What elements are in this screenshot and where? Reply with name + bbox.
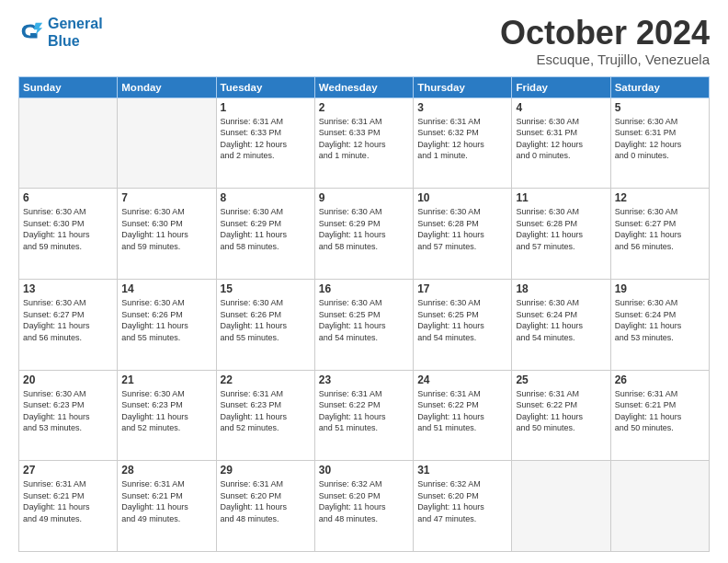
calendar-week-5: 27Sunrise: 6:31 AM Sunset: 6:21 PM Dayli… [19, 461, 710, 552]
col-wednesday: Wednesday [314, 76, 413, 98]
day-number: 4 [516, 101, 606, 114]
calendar-cell: 27Sunrise: 6:31 AM Sunset: 6:21 PM Dayli… [19, 461, 118, 552]
day-number: 30 [319, 464, 409, 477]
calendar-cell [19, 98, 118, 189]
day-info: Sunrise: 6:31 AM Sunset: 6:32 PM Dayligh… [417, 116, 507, 162]
day-number: 10 [417, 191, 507, 204]
day-number: 13 [23, 282, 113, 295]
calendar-header-row: Sunday Monday Tuesday Wednesday Thursday… [19, 76, 710, 98]
col-thursday: Thursday [414, 76, 512, 98]
day-info: Sunrise: 6:30 AM Sunset: 6:29 PM Dayligh… [221, 206, 311, 252]
day-info: Sunrise: 6:32 AM Sunset: 6:20 PM Dayligh… [417, 478, 507, 524]
col-tuesday: Tuesday [216, 76, 314, 98]
calendar-cell: 29Sunrise: 6:31 AM Sunset: 6:20 PM Dayli… [216, 461, 314, 552]
day-info: Sunrise: 6:30 AM Sunset: 6:23 PM Dayligh… [23, 388, 113, 434]
day-info: Sunrise: 6:30 AM Sunset: 6:30 PM Dayligh… [23, 206, 113, 252]
day-number: 1 [221, 101, 311, 114]
logo-line1: General [48, 16, 103, 31]
day-info: Sunrise: 6:31 AM Sunset: 6:20 PM Dayligh… [221, 478, 311, 524]
day-info: Sunrise: 6:30 AM Sunset: 6:27 PM Dayligh… [23, 297, 113, 343]
day-info: Sunrise: 6:30 AM Sunset: 6:28 PM Dayligh… [516, 206, 606, 252]
calendar-cell: 10Sunrise: 6:30 AM Sunset: 6:28 PM Dayli… [414, 189, 512, 280]
col-friday: Friday [512, 76, 610, 98]
calendar-cell: 22Sunrise: 6:31 AM Sunset: 6:23 PM Dayli… [216, 370, 314, 461]
calendar-week-1: 1Sunrise: 6:31 AM Sunset: 6:33 PM Daylig… [19, 98, 710, 189]
calendar-cell: 30Sunrise: 6:32 AM Sunset: 6:20 PM Dayli… [314, 461, 413, 552]
day-info: Sunrise: 6:31 AM Sunset: 6:23 PM Dayligh… [221, 388, 311, 434]
day-info: Sunrise: 6:30 AM Sunset: 6:24 PM Dayligh… [615, 297, 705, 343]
day-info: Sunrise: 6:30 AM Sunset: 6:29 PM Dayligh… [319, 206, 409, 252]
header: General Blue October 2024 Escuque, Truji… [18, 15, 710, 67]
calendar-cell: 8Sunrise: 6:30 AM Sunset: 6:29 PM Daylig… [216, 189, 314, 280]
day-number: 23 [319, 373, 409, 386]
day-info: Sunrise: 6:31 AM Sunset: 6:33 PM Dayligh… [221, 116, 311, 162]
day-info: Sunrise: 6:30 AM Sunset: 6:26 PM Dayligh… [121, 297, 211, 343]
month-title: October 2024 [500, 15, 710, 52]
day-info: Sunrise: 6:30 AM Sunset: 6:23 PM Dayligh… [121, 388, 211, 434]
day-number: 19 [615, 282, 705, 295]
day-number: 20 [23, 373, 113, 386]
day-info: Sunrise: 6:31 AM Sunset: 6:21 PM Dayligh… [121, 478, 211, 524]
calendar-week-2: 6Sunrise: 6:30 AM Sunset: 6:30 PM Daylig… [19, 189, 710, 280]
calendar-cell: 23Sunrise: 6:31 AM Sunset: 6:22 PM Dayli… [314, 370, 413, 461]
day-number: 27 [23, 464, 113, 477]
logo-text: General Blue [48, 15, 103, 50]
day-info: Sunrise: 6:30 AM Sunset: 6:31 PM Dayligh… [615, 116, 705, 162]
calendar-cell: 1Sunrise: 6:31 AM Sunset: 6:33 PM Daylig… [216, 98, 314, 189]
day-info: Sunrise: 6:30 AM Sunset: 6:25 PM Dayligh… [417, 297, 507, 343]
calendar-cell: 14Sunrise: 6:30 AM Sunset: 6:26 PM Dayli… [118, 279, 216, 370]
day-info: Sunrise: 6:31 AM Sunset: 6:33 PM Dayligh… [319, 116, 409, 162]
calendar-cell: 17Sunrise: 6:30 AM Sunset: 6:25 PM Dayli… [414, 279, 512, 370]
day-number: 12 [615, 191, 705, 204]
day-number: 6 [23, 191, 113, 204]
calendar-cell: 5Sunrise: 6:30 AM Sunset: 6:31 PM Daylig… [610, 98, 709, 189]
day-number: 3 [417, 101, 507, 114]
day-number: 26 [615, 373, 705, 386]
day-number: 28 [121, 464, 211, 477]
calendar-cell: 16Sunrise: 6:30 AM Sunset: 6:25 PM Dayli… [314, 279, 413, 370]
calendar-cell: 18Sunrise: 6:30 AM Sunset: 6:24 PM Dayli… [512, 279, 610, 370]
calendar-table: Sunday Monday Tuesday Wednesday Thursday… [18, 76, 710, 552]
day-info: Sunrise: 6:30 AM Sunset: 6:25 PM Dayligh… [319, 297, 409, 343]
day-number: 11 [516, 191, 606, 204]
day-info: Sunrise: 6:30 AM Sunset: 6:30 PM Dayligh… [121, 206, 211, 252]
calendar-cell: 11Sunrise: 6:30 AM Sunset: 6:28 PM Dayli… [512, 189, 610, 280]
calendar-cell: 2Sunrise: 6:31 AM Sunset: 6:33 PM Daylig… [314, 98, 413, 189]
calendar-cell: 19Sunrise: 6:30 AM Sunset: 6:24 PM Dayli… [610, 279, 709, 370]
col-sunday: Sunday [19, 76, 118, 98]
day-info: Sunrise: 6:30 AM Sunset: 6:28 PM Dayligh… [417, 206, 507, 252]
day-info: Sunrise: 6:31 AM Sunset: 6:22 PM Dayligh… [516, 388, 606, 434]
day-info: Sunrise: 6:30 AM Sunset: 6:27 PM Dayligh… [615, 206, 705, 252]
day-number: 2 [319, 101, 409, 114]
calendar-cell: 12Sunrise: 6:30 AM Sunset: 6:27 PM Dayli… [610, 189, 709, 280]
day-number: 16 [319, 282, 409, 295]
day-number: 29 [221, 464, 311, 477]
calendar-cell [610, 461, 709, 552]
day-number: 7 [121, 191, 211, 204]
day-number: 5 [615, 101, 705, 114]
day-number: 25 [516, 373, 606, 386]
day-info: Sunrise: 6:31 AM Sunset: 6:21 PM Dayligh… [23, 478, 113, 524]
title-block: October 2024 Escuque, Trujillo, Venezuel… [500, 15, 710, 67]
day-info: Sunrise: 6:30 AM Sunset: 6:26 PM Dayligh… [221, 297, 311, 343]
calendar-week-3: 13Sunrise: 6:30 AM Sunset: 6:27 PM Dayli… [19, 279, 710, 370]
calendar-cell: 15Sunrise: 6:30 AM Sunset: 6:26 PM Dayli… [216, 279, 314, 370]
calendar-cell: 9Sunrise: 6:30 AM Sunset: 6:29 PM Daylig… [314, 189, 413, 280]
calendar-cell: 24Sunrise: 6:31 AM Sunset: 6:22 PM Dayli… [414, 370, 512, 461]
calendar-cell: 3Sunrise: 6:31 AM Sunset: 6:32 PM Daylig… [414, 98, 512, 189]
day-number: 22 [221, 373, 311, 386]
day-info: Sunrise: 6:31 AM Sunset: 6:22 PM Dayligh… [319, 388, 409, 434]
calendar-cell: 7Sunrise: 6:30 AM Sunset: 6:30 PM Daylig… [118, 189, 216, 280]
day-number: 21 [121, 373, 211, 386]
day-number: 31 [417, 464, 507, 477]
day-info: Sunrise: 6:32 AM Sunset: 6:20 PM Dayligh… [319, 478, 409, 524]
day-info: Sunrise: 6:30 AM Sunset: 6:24 PM Dayligh… [516, 297, 606, 343]
calendar-week-4: 20Sunrise: 6:30 AM Sunset: 6:23 PM Dayli… [19, 370, 710, 461]
day-number: 15 [221, 282, 311, 295]
day-info: Sunrise: 6:30 AM Sunset: 6:31 PM Dayligh… [516, 116, 606, 162]
day-number: 14 [121, 282, 211, 295]
calendar-cell [118, 98, 216, 189]
day-number: 18 [516, 282, 606, 295]
calendar-cell [512, 461, 610, 552]
calendar-cell: 20Sunrise: 6:30 AM Sunset: 6:23 PM Dayli… [19, 370, 118, 461]
